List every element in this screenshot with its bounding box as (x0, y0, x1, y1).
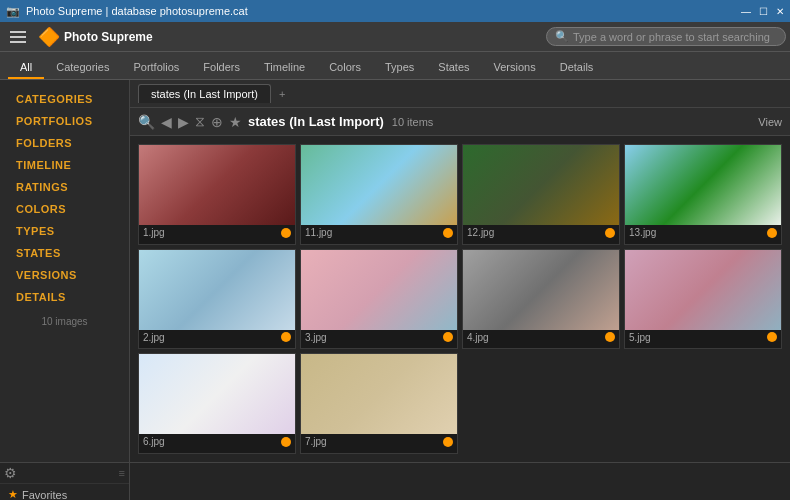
color-dot (605, 228, 615, 238)
photo-item[interactable]: 7.jpg (300, 353, 458, 454)
photo-item[interactable]: 3.jpg (300, 249, 458, 350)
photo-thumb (625, 250, 781, 330)
sidebar: CATEGORIESPORTFOLIOSFOLDERSTIMELINERATIN… (0, 80, 130, 462)
photo-label: 1.jpg (139, 225, 295, 240)
menubar: 🔶 Photo Supreme 🔍 (0, 22, 790, 52)
color-dot (767, 228, 777, 238)
filter-icon[interactable]: ⧖ (195, 113, 205, 130)
main-layout: CATEGORIESPORTFOLIOSFOLDERSTIMELINERATIN… (0, 80, 790, 462)
color-dot (605, 332, 615, 342)
nav-forward-icon[interactable]: ▶ (178, 114, 189, 130)
nav-tab-folders[interactable]: Folders (191, 57, 252, 79)
search-icon[interactable]: 🔍 (138, 114, 155, 130)
search-box[interactable]: 🔍 (546, 27, 786, 46)
nav-back-icon[interactable]: ◀ (161, 114, 172, 130)
nav-tab-timeline[interactable]: Timeline (252, 57, 317, 79)
nav-tab-all[interactable]: All (8, 57, 44, 79)
photo-item[interactable]: 13.jpg (624, 144, 782, 245)
nav-tab-categories[interactable]: Categories (44, 57, 121, 79)
star-icon[interactable]: ★ (229, 114, 242, 130)
photo-label: 13.jpg (625, 225, 781, 240)
photo-label: 7.jpg (301, 434, 457, 449)
stack-icon[interactable]: ⊕ (211, 114, 223, 130)
maximize-button[interactable]: ☐ (759, 6, 768, 17)
nav-tabs: AllCategoriesPortfoliosFoldersTimelineCo… (0, 52, 790, 80)
section-title: states (In Last Import) (248, 114, 384, 129)
sidebar-item-versions[interactable]: VERSIONS (0, 264, 129, 286)
star-icon: ★ (8, 488, 18, 500)
color-dot (443, 437, 453, 447)
titlebar: 📷 Photo Supreme | database photosupreme.… (0, 0, 790, 22)
photo-thumb (301, 250, 457, 330)
color-dot (443, 228, 453, 238)
photo-item[interactable]: 5.jpg (624, 249, 782, 350)
bottom-section: ⚙ ≡ ★Favorites★Dynamic Search ⚙ Activity… (0, 462, 790, 500)
title-area: 📷 Photo Supreme | database photosupreme.… (6, 5, 248, 18)
photo-item[interactable]: 11.jpg (300, 144, 458, 245)
sidebar-item-timeline[interactable]: TIMELINE (0, 154, 129, 176)
gear-icon[interactable]: ⚙ (4, 465, 17, 481)
photo-thumb (463, 250, 619, 330)
color-dot (281, 228, 291, 238)
hamburger-menu[interactable] (4, 23, 32, 51)
sidebar-item-types[interactable]: TYPES (0, 220, 129, 242)
photo-thumb (139, 250, 295, 330)
panel-list: ★Favorites★Dynamic Search (0, 484, 129, 500)
add-tab-button[interactable]: + (275, 88, 289, 100)
panel-item-favorites[interactable]: ★Favorites (0, 484, 129, 500)
app-icon: 📷 (6, 5, 20, 18)
photo-label: 12.jpg (463, 225, 619, 240)
window-controls[interactable]: — ☐ ✕ (741, 6, 784, 17)
content-tab-active[interactable]: states (In Last Import) (138, 84, 271, 103)
photo-item[interactable]: 4.jpg (462, 249, 620, 350)
minimize-button[interactable]: — (741, 6, 751, 17)
nav-tab-versions[interactable]: Versions (482, 57, 548, 79)
close-button[interactable]: ✕ (776, 6, 784, 17)
section-title-area: states (In Last Import) 10 items (248, 114, 752, 129)
sidebar-count: 10 images (0, 316, 129, 327)
photo-item[interactable]: 1.jpg (138, 144, 296, 245)
photo-thumb (463, 145, 619, 225)
photo-grid: 1.jpg11.jpg12.jpg13.jpg2.jpg3.jpg4.jpg5.… (130, 136, 790, 462)
photo-label: 4.jpg (463, 330, 619, 345)
app-name: Photo Supreme (64, 30, 153, 44)
sidebar-item-ratings[interactable]: RATINGS (0, 176, 129, 198)
sidebar-item-colors[interactable]: COLORS (0, 198, 129, 220)
photo-label: 5.jpg (625, 330, 781, 345)
photo-thumb (625, 145, 781, 225)
nav-tab-details[interactable]: Details (548, 57, 606, 79)
photo-thumb (139, 145, 295, 225)
sidebar-panels: ⚙ ≡ ★Favorites★Dynamic Search ⚙ Activity… (0, 462, 130, 500)
sidebar-item-portfolios[interactable]: PORTFOLIOS (0, 110, 129, 132)
sidebar-item-folders[interactable]: FOLDERS (0, 132, 129, 154)
photo-label: 2.jpg (139, 330, 295, 345)
content-panel: states (In Last Import) + 🔍 ◀ ▶ ⧖ ⊕ ★ st… (130, 80, 790, 462)
content-toolbar: 🔍 ◀ ▶ ⧖ ⊕ ★ states (In Last Import) 10 i… (130, 108, 790, 136)
sidebar-item-categories[interactable]: CATEGORIES (0, 88, 129, 110)
color-dot (281, 332, 291, 342)
panel-label: Favorites (22, 489, 67, 501)
view-button[interactable]: View (758, 116, 782, 128)
photo-item[interactable]: 6.jpg (138, 353, 296, 454)
app-logo: 🔶 (38, 26, 60, 48)
section-count: 10 items (392, 116, 434, 128)
sidebar-item-states[interactable]: STATES (0, 242, 129, 264)
color-dot (443, 332, 453, 342)
nav-tab-portfolios[interactable]: Portfolios (121, 57, 191, 79)
search-input[interactable] (573, 31, 773, 43)
panel-drag-handle: ≡ (119, 467, 125, 479)
sidebar-item-details[interactable]: DETAILS (0, 286, 129, 308)
photo-thumb (301, 145, 457, 225)
nav-tab-colors[interactable]: Colors (317, 57, 373, 79)
search-icon: 🔍 (555, 30, 569, 43)
nav-tab-states[interactable]: States (426, 57, 481, 79)
photo-label: 11.jpg (301, 225, 457, 240)
photo-label: 6.jpg (139, 434, 295, 449)
color-dot (281, 437, 291, 447)
photo-label: 3.jpg (301, 330, 457, 345)
photo-item[interactable]: 2.jpg (138, 249, 296, 350)
nav-tab-types[interactable]: Types (373, 57, 426, 79)
color-dot (767, 332, 777, 342)
photo-item[interactable]: 12.jpg (462, 144, 620, 245)
photo-thumb (301, 354, 457, 434)
